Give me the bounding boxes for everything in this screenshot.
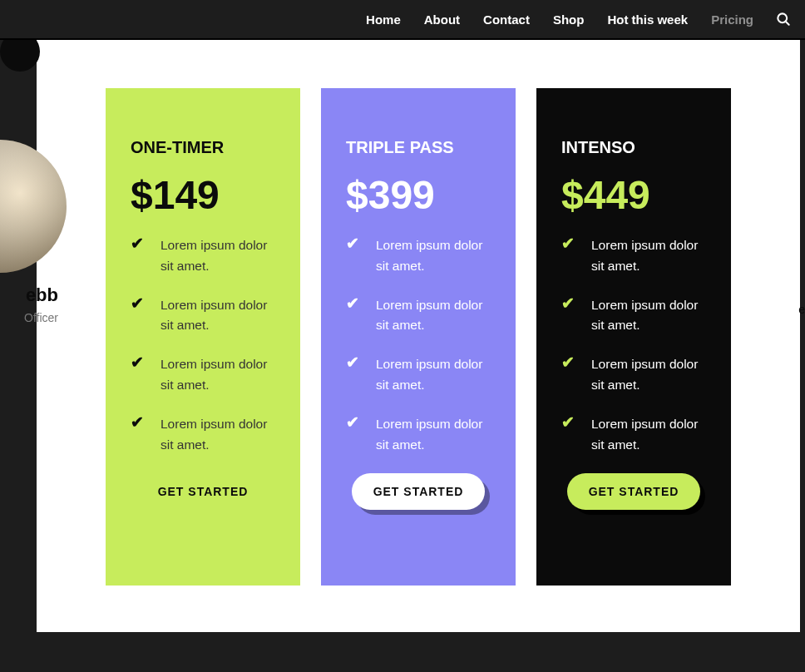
feature-item: ✔Lorem ipsum dolor sit amet. — [561, 354, 706, 396]
feature-text: Lorem ipsum dolor sit amet. — [376, 295, 491, 337]
feature-text: Lorem ipsum dolor sit amet. — [376, 235, 491, 277]
pricing-card-one-timer: ONE-TIMER $149 ✔Lorem ipsum dolor sit am… — [106, 88, 300, 586]
footer-strip — [0, 632, 805, 672]
nav-home[interactable]: Home — [366, 12, 401, 27]
plan-title: ONE-TIMER — [131, 138, 275, 157]
get-started-button[interactable]: GET STARTED — [136, 473, 270, 510]
check-icon: ✔ — [346, 414, 363, 431]
nav-about[interactable]: About — [424, 12, 460, 27]
nav-hot-this-week[interactable]: Hot this week — [607, 12, 688, 27]
feature-item: ✔Lorem ipsum dolor sit amet. — [131, 414, 275, 456]
pricing-card-triple-pass: TRIPLE PASS $399 ✔Lorem ipsum dolor sit … — [321, 88, 516, 586]
feature-text: Lorem ipsum dolor sit amet. — [591, 235, 706, 277]
feature-item: ✔Lorem ipsum dolor sit amet. — [131, 295, 275, 337]
check-icon: ✔ — [346, 235, 363, 252]
plan-price: $399 — [346, 175, 491, 215]
feature-text: Lorem ipsum dolor sit amet. — [161, 295, 275, 337]
feature-text: Lorem ipsum dolor sit amet. — [161, 235, 275, 277]
check-icon: ✔ — [346, 295, 363, 312]
plan-title: INTENSO — [561, 138, 706, 157]
feature-text: Lorem ipsum dolor sit amet. — [591, 295, 706, 337]
plan-price: $449 — [561, 175, 706, 215]
check-icon: ✔ — [561, 235, 578, 252]
feature-text: Lorem ipsum dolor sit amet. — [591, 354, 706, 396]
feature-item: ✔Lorem ipsum dolor sit amet. — [346, 414, 491, 456]
plan-title: TRIPLE PASS — [346, 138, 491, 157]
feature-text: Lorem ipsum dolor sit amet. — [376, 414, 491, 456]
feature-item: ✔Lorem ipsum dolor sit amet. — [346, 295, 491, 337]
feature-item: ✔Lorem ipsum dolor sit amet. — [131, 354, 275, 396]
feature-text: Lorem ipsum dolor sit amet. — [161, 414, 275, 456]
feature-text: Lorem ipsum dolor sit amet. — [161, 354, 275, 396]
feature-item: ✔Lorem ipsum dolor sit amet. — [346, 354, 491, 396]
search-icon[interactable] — [775, 11, 792, 27]
feature-item: ✔Lorem ipsum dolor sit amet. — [561, 295, 706, 337]
check-icon: ✔ — [346, 354, 363, 371]
feature-list: ✔Lorem ipsum dolor sit amet. ✔Lorem ipsu… — [561, 235, 706, 455]
check-icon: ✔ — [131, 414, 147, 431]
check-icon: ✔ — [561, 354, 578, 371]
left-dark-strip — [0, 377, 37, 632]
check-icon: ✔ — [131, 235, 147, 252]
get-started-button[interactable]: GET STARTED — [352, 473, 486, 510]
top-nav: Home About Contact Shop Hot this week Pr… — [0, 0, 805, 40]
feature-item: ✔Lorem ipsum dolor sit amet. — [561, 235, 706, 277]
plan-price: $149 — [131, 175, 275, 215]
pricing-section: ONE-TIMER $149 ✔Lorem ipsum dolor sit am… — [37, 40, 800, 586]
check-icon: ✔ — [561, 414, 578, 431]
feature-text: Lorem ipsum dolor sit amet. — [376, 354, 491, 396]
feature-list: ✔Lorem ipsum dolor sit amet. ✔Lorem ipsu… — [131, 235, 275, 455]
check-icon: ✔ — [131, 354, 147, 371]
get-started-button[interactable]: GET STARTED — [567, 473, 701, 510]
feature-text: Lorem ipsum dolor sit amet. — [591, 414, 706, 456]
nav-pricing[interactable]: Pricing — [711, 12, 753, 27]
svg-line-1 — [786, 22, 789, 25]
feature-list: ✔Lorem ipsum dolor sit amet. ✔Lorem ipsu… — [346, 235, 491, 455]
check-icon: ✔ — [561, 295, 578, 312]
feature-item: ✔Lorem ipsum dolor sit amet. — [346, 235, 491, 277]
feature-item: ✔Lorem ipsum dolor sit amet. — [561, 414, 706, 456]
nav-contact[interactable]: Contact — [483, 12, 530, 27]
main-area: ebb Officer e ONE-TIMER $149 ✔Lorem ipsu… — [37, 40, 800, 632]
check-icon: ✔ — [131, 295, 147, 312]
pricing-card-intenso: INTENSO $449 ✔Lorem ipsum dolor sit amet… — [536, 88, 731, 586]
feature-item: ✔Lorem ipsum dolor sit amet. — [131, 235, 275, 277]
nav-shop[interactable]: Shop — [553, 12, 585, 27]
